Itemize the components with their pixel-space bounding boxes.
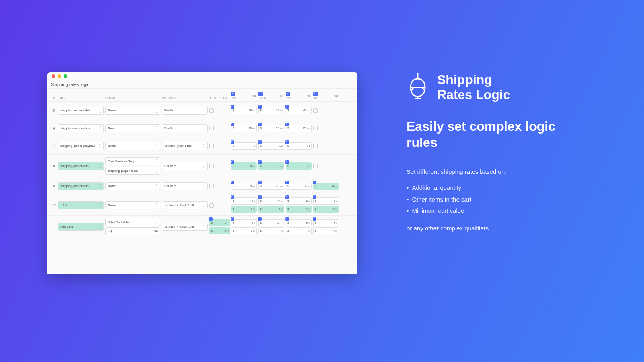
pricing-select[interactable]: 1st Item + Each Addl (162, 223, 208, 231)
price-checkbox[interactable] (231, 195, 234, 199)
price-checkbox[interactable] (231, 123, 234, 126)
price-input[interactable]: $40ea (286, 107, 312, 114)
price-checkbox[interactable] (231, 160, 234, 164)
price-input[interactable]: $4+ (231, 197, 257, 205)
price-input[interactable]: $29ea (258, 183, 284, 190)
maximize-icon[interactable] (64, 74, 67, 78)
price-input[interactable]: $9 (231, 142, 257, 150)
price-input[interactable]: $14+ (258, 197, 284, 205)
price-input[interactable]: $28ea (286, 125, 312, 132)
chevron-icon (203, 164, 205, 169)
tag-select[interactable]: shipping-jasper-table (58, 107, 104, 115)
price-input[interactable]: $29ea (231, 107, 257, 114)
tag-select[interactable]: shipping-jasper-playmat (58, 142, 104, 150)
logic-amount[interactable]: > $50 (105, 227, 160, 235)
header-logic: LOGIC (105, 96, 162, 100)
price-input[interactable]: $0ea (286, 162, 312, 170)
price-checkbox[interactable] (313, 217, 316, 221)
zone-empty-checkbox[interactable] (313, 108, 318, 113)
pricing-select[interactable]: 1st Item (Addl Free) (162, 142, 208, 150)
price-checkbox[interactable] (258, 140, 262, 144)
pricing-select[interactable]: Per Item (162, 107, 208, 115)
logic-select[interactable]: shipping-jasper-table (105, 167, 160, 175)
logic-select[interactable]: None (105, 107, 160, 115)
price-checkbox[interactable] (209, 217, 213, 221)
price-input[interactable]: $0ea (231, 162, 257, 170)
logic-select[interactable]: None (105, 142, 160, 150)
test-checkbox[interactable] (209, 144, 214, 148)
test-checkbox[interactable] (209, 203, 214, 208)
logic-select[interactable]: None (105, 124, 160, 132)
zone-empty-checkbox[interactable] (313, 164, 318, 168)
price-checkbox[interactable] (258, 195, 262, 199)
price-checkbox[interactable] (313, 181, 316, 184)
price-checkbox[interactable] (285, 105, 289, 109)
price-checkbox[interactable] (258, 105, 262, 109)
test-checkbox[interactable] (209, 184, 214, 188)
price-checkbox[interactable] (285, 217, 289, 221)
price-input[interactable]: $9ea (231, 183, 257, 190)
minimize-icon[interactable] (58, 74, 61, 78)
price-checkbox[interactable] (313, 195, 316, 199)
price-input[interactable]: $29 (258, 142, 284, 150)
price-input[interactable]: $9+ (313, 219, 339, 226)
price-input[interactable]: $0eaad (209, 227, 230, 234)
price-checkbox[interactable] (231, 140, 234, 144)
tag-select[interactable]: shipping-jasper-cup (58, 162, 104, 170)
zone-checkbox[interactable] (286, 92, 290, 96)
test-checkbox[interactable] (209, 108, 214, 113)
price-checkbox[interactable] (258, 181, 262, 184)
price-checkbox[interactable] (285, 123, 289, 126)
price-input[interactable]: $9+ (313, 197, 339, 205)
price-input[interactable]: $9+ (286, 219, 312, 226)
price-input[interactable]: $0ea (258, 162, 284, 170)
tag-select[interactable]: final sale (58, 223, 104, 231)
price-input[interactable]: $4eaad (286, 227, 312, 234)
zone-checkbox[interactable] (313, 92, 318, 96)
price-input[interactable]: $4eaad (313, 227, 339, 234)
price-input[interactable]: $79ea (258, 107, 284, 114)
price-input[interactable]: $2eaad (231, 227, 257, 234)
test-checkbox[interactable] (209, 164, 214, 168)
logic-select[interactable]: Total Cart Value (105, 218, 160, 226)
zone-empty-checkbox[interactable] (313, 144, 318, 148)
zone-checkbox[interactable] (258, 92, 263, 96)
price-checkbox[interactable] (258, 123, 262, 126)
close-icon[interactable] (52, 74, 55, 78)
logic-select[interactable]: Cart Contains Tag (105, 157, 160, 165)
logic-select[interactable]: None (105, 182, 160, 190)
price-input[interactable]: $14+ (258, 219, 284, 226)
tag-select[interactable]: shipping-jasper-chair (58, 124, 104, 132)
price-checkbox[interactable] (231, 181, 234, 184)
price-checkbox[interactable] (258, 217, 262, 221)
price-input[interactable]: $4+ (231, 219, 257, 226)
price-input[interactable]: $2eaad (258, 206, 284, 213)
logic-select[interactable]: None (105, 201, 160, 209)
price-input[interactable]: $0ea (313, 183, 339, 190)
test-checkbox[interactable] (209, 126, 214, 130)
zone-checkbox[interactable] (231, 92, 235, 96)
price-input[interactable]: $0eaad (231, 206, 257, 213)
price-input[interactable]: $39ea (258, 125, 284, 132)
price-input[interactable]: $19ea (231, 125, 257, 132)
tag-select[interactable]: --ALL-- (58, 201, 104, 209)
price-checkbox[interactable] (285, 195, 289, 199)
pricing-select[interactable]: 1st Item + Each Addl (162, 201, 208, 209)
price-checkbox[interactable] (285, 160, 289, 164)
price-checkbox[interactable] (285, 140, 289, 144)
price-input[interactable]: $14ea (286, 183, 312, 190)
price-input[interactable]: $9+ (286, 197, 312, 205)
price-checkbox[interactable] (231, 217, 234, 221)
price-checkbox[interactable] (258, 160, 262, 164)
price-checkbox[interactable] (285, 181, 289, 184)
price-input[interactable]: $7eaad (258, 227, 284, 234)
pricing-select[interactable]: Per Item (162, 124, 208, 132)
price-input[interactable]: $0eaad (286, 206, 312, 213)
zone-empty-checkbox[interactable] (313, 126, 318, 130)
price-input[interactable]: $14 (286, 142, 312, 150)
price-input[interactable]: $0eaad (313, 206, 339, 213)
pricing-select[interactable]: Per Item (162, 182, 208, 190)
pricing-select[interactable]: Per Item (162, 162, 208, 170)
price-checkbox[interactable] (231, 105, 234, 109)
tag-select[interactable]: shipping-jasper-cup (58, 182, 104, 190)
